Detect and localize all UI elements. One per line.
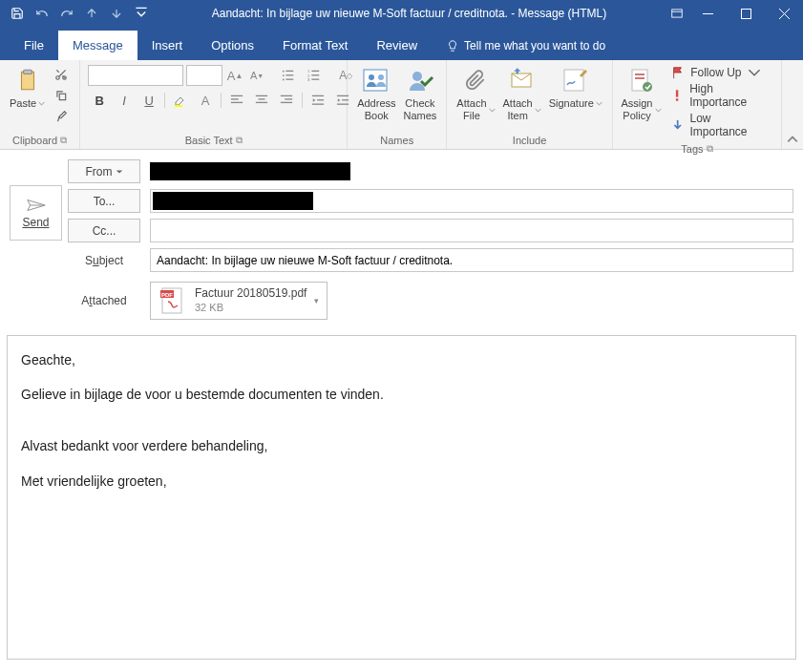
align-right-button[interactable] xyxy=(275,90,298,111)
previous-item-button[interactable] xyxy=(80,2,103,25)
highlight-button[interactable] xyxy=(169,90,192,111)
to-value-redacted xyxy=(153,192,313,210)
font-family-select[interactable] xyxy=(88,65,183,86)
message-body[interactable]: Geachte, Gelieve in bijlage de voor u be… xyxy=(7,335,796,660)
send-icon xyxy=(26,198,47,213)
next-item-button[interactable] xyxy=(105,2,128,25)
svg-rect-27 xyxy=(256,102,267,103)
tell-me-search[interactable]: Tell me what you want to do xyxy=(432,32,620,60)
increase-font-button[interactable]: A▲ xyxy=(225,66,244,85)
close-button[interactable] xyxy=(765,0,803,27)
send-button[interactable]: Send xyxy=(10,185,62,241)
address-book-button[interactable]: Address Book xyxy=(353,63,399,124)
underline-button[interactable]: U xyxy=(137,90,160,111)
subject-input[interactable] xyxy=(150,248,793,272)
tab-message[interactable]: Message xyxy=(58,31,137,60)
attach-item-icon xyxy=(510,65,535,95)
svg-point-38 xyxy=(369,74,374,80)
numbered-list-button[interactable]: 123 xyxy=(303,65,326,86)
save-button[interactable] xyxy=(6,2,29,25)
attachment-dropdown-icon[interactable]: ▾ xyxy=(314,296,319,305)
svg-rect-3 xyxy=(741,9,750,18)
svg-rect-20 xyxy=(312,79,320,80)
basic-text-launcher[interactable]: ⧉ xyxy=(236,135,243,146)
group-include: Attach File Attach Item Signature Includ… xyxy=(447,60,612,149)
window-controls xyxy=(688,0,803,27)
svg-rect-14 xyxy=(286,79,294,80)
align-left-button[interactable] xyxy=(225,90,248,111)
assign-policy-button[interactable]: Assign Policy xyxy=(619,63,664,124)
assign-policy-icon xyxy=(628,65,653,95)
svg-point-40 xyxy=(412,72,422,81)
group-basic-text: A▲ A▼ 123 A◇ B I U A xyxy=(80,60,348,149)
svg-point-39 xyxy=(378,74,384,80)
ribbon: Paste Clipboard ⧉ A▲ A▼ 123 A◇ xyxy=(0,60,803,150)
to-button[interactable]: To... xyxy=(68,189,140,213)
from-button[interactable]: From xyxy=(68,159,140,183)
minimize-button[interactable] xyxy=(688,0,727,27)
ribbon-display-options-button[interactable] xyxy=(666,2,688,25)
cut-button[interactable] xyxy=(51,65,72,84)
copy-button[interactable] xyxy=(51,86,72,105)
signature-button[interactable]: Signature xyxy=(545,63,606,112)
svg-rect-21 xyxy=(175,105,182,107)
from-value-redacted xyxy=(150,162,350,180)
svg-point-9 xyxy=(283,71,285,73)
svg-rect-25 xyxy=(256,95,267,96)
svg-rect-45 xyxy=(635,77,645,79)
svg-rect-23 xyxy=(231,98,239,99)
group-clipboard: Paste Clipboard ⧉ xyxy=(0,60,80,149)
tab-options[interactable]: Options xyxy=(197,31,268,60)
collapse-ribbon-button[interactable] xyxy=(787,134,798,145)
bold-button[interactable]: B xyxy=(88,90,111,111)
cc-button[interactable]: Cc... xyxy=(68,219,140,242)
font-size-select[interactable] xyxy=(186,65,222,86)
attachment-item[interactable]: PDF Factuur 20180519.pdf 32 KB ▾ xyxy=(150,282,328,320)
tab-file[interactable]: File xyxy=(10,31,58,60)
svg-rect-42 xyxy=(564,70,583,91)
svg-rect-33 xyxy=(312,104,324,105)
exclamation-icon xyxy=(671,89,684,102)
decrease-indent-button[interactable] xyxy=(306,90,329,111)
paste-button[interactable]: Paste xyxy=(6,63,49,112)
low-importance-button[interactable]: Low Importance xyxy=(669,111,770,139)
window-title: Aandacht: In bijlage uw nieuwe M-Soft fa… xyxy=(153,7,666,20)
paperclip-icon xyxy=(465,65,486,95)
svg-rect-12 xyxy=(286,74,294,75)
svg-rect-28 xyxy=(281,95,292,96)
decrease-font-button[interactable]: A▼ xyxy=(247,66,266,85)
svg-rect-16 xyxy=(312,71,320,72)
tags-launcher[interactable]: ⧉ xyxy=(707,143,713,155)
signature-icon xyxy=(562,65,589,95)
align-center-button[interactable] xyxy=(250,90,273,111)
svg-rect-10 xyxy=(286,71,294,72)
attach-file-button[interactable]: Attach File xyxy=(453,63,498,124)
tab-insert[interactable]: Insert xyxy=(137,31,198,60)
follow-up-button[interactable]: Follow Up xyxy=(669,65,770,80)
svg-rect-30 xyxy=(281,102,292,103)
body-paragraph: Gelieve in bijlage de voor u bestemde do… xyxy=(21,386,782,403)
undo-button[interactable] xyxy=(31,2,53,25)
cc-input[interactable] xyxy=(150,219,793,242)
high-importance-button[interactable]: High Importance xyxy=(669,81,770,110)
subject-label: Subject xyxy=(68,254,140,267)
font-color-button[interactable]: A xyxy=(194,90,217,111)
redo-button[interactable] xyxy=(55,2,78,25)
svg-point-46 xyxy=(643,82,652,92)
svg-rect-44 xyxy=(635,74,645,75)
svg-rect-48 xyxy=(676,98,678,100)
bullet-list-button[interactable] xyxy=(277,65,300,86)
clipboard-launcher[interactable]: ⧉ xyxy=(60,135,67,146)
format-painter-button[interactable] xyxy=(51,107,72,126)
tab-review[interactable]: Review xyxy=(362,31,432,60)
check-names-button[interactable]: Check Names xyxy=(400,63,441,124)
title-bar: Aandacht: In bijlage uw nieuwe M-Soft fa… xyxy=(0,0,803,27)
body-paragraph: Geachte, xyxy=(21,351,782,368)
group-tags: Assign Policy Follow Up High Importance … xyxy=(613,60,782,149)
tab-format-text[interactable]: Format Text xyxy=(268,31,362,60)
italic-button[interactable]: I xyxy=(113,90,136,111)
maximize-button[interactable] xyxy=(727,0,765,27)
attach-item-button[interactable]: Attach Item xyxy=(499,63,545,124)
svg-rect-29 xyxy=(285,98,292,99)
qat-customize-button[interactable] xyxy=(130,2,153,25)
